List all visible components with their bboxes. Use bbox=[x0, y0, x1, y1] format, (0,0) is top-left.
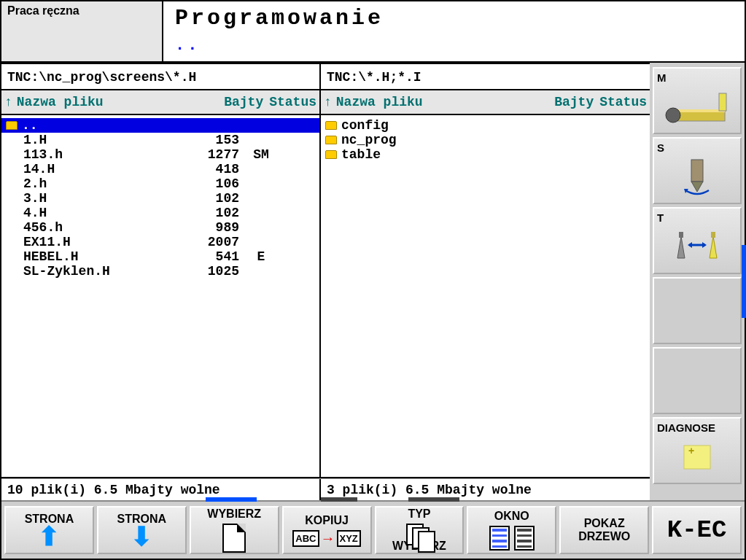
type-select-button[interactable]: TYP WYBIERZ bbox=[375, 506, 465, 554]
file-row[interactable]: 4.H102 bbox=[1, 206, 319, 220]
file-row[interactable]: 1.H153 bbox=[1, 133, 319, 147]
select-label: WYBIERZ bbox=[207, 508, 261, 521]
folder-icon bbox=[325, 136, 337, 144]
right-sidebar: M S bbox=[650, 63, 745, 500]
manual-mode-label: Praca ręczna bbox=[7, 4, 79, 17]
programming-title: Programowanie bbox=[175, 6, 733, 31]
file-status: E bbox=[239, 249, 283, 264]
spindle-icon bbox=[657, 154, 737, 200]
col-name-label: Nazwa pliku bbox=[336, 95, 554, 109]
file-row[interactable]: .. bbox=[1, 118, 319, 133]
copy-button[interactable]: KOPIUJ ABC → XYZ bbox=[282, 506, 372, 554]
file-name: 4.H bbox=[6, 206, 181, 220]
file-row[interactable]: 3.H102 bbox=[1, 191, 319, 206]
col-status-label: Status bbox=[269, 95, 316, 109]
sidebar-scroll-indicator bbox=[742, 245, 746, 318]
file-name: SL-Zyklen.H bbox=[6, 264, 181, 279]
arrow-down-icon: ⬇ bbox=[131, 526, 152, 548]
kec-button[interactable]: K-EC bbox=[652, 506, 742, 554]
select-button[interactable]: WYBIERZ bbox=[190, 506, 279, 554]
right-file-list[interactable]: confignc_progtable bbox=[321, 115, 650, 477]
manual-mode-tab[interactable]: Praca ręczna bbox=[1, 1, 163, 61]
right-path[interactable]: TNC:\*.H;*.I bbox=[321, 63, 650, 89]
copy-abc-tag: ABC bbox=[292, 530, 319, 547]
window-button[interactable]: OKNO bbox=[467, 506, 556, 554]
scroll-indicator bbox=[408, 497, 459, 502]
right-status-text: 3 plik(i) 6.5 Mbajty wolne bbox=[327, 483, 532, 497]
svg-marker-9 bbox=[710, 236, 717, 258]
file-row[interactable]: HEBEL.H541E bbox=[1, 249, 319, 264]
file-bytes: 2007 bbox=[181, 235, 239, 249]
file-row[interactable]: 113.h1277SM bbox=[1, 147, 319, 162]
show-label-1: POKAZ bbox=[584, 517, 625, 530]
sort-arrow-icon: ↑ bbox=[4, 95, 12, 109]
left-file-list[interactable]: ..1.H153113.h1277SM14.H4182.h1063.H1024.… bbox=[1, 115, 321, 477]
col-bytes-label: Bajty bbox=[554, 95, 594, 109]
s-label: S bbox=[657, 141, 737, 154]
right-status: 3 plik(i) 6.5 Mbajty wolne bbox=[321, 479, 650, 500]
tool-change-icon bbox=[657, 224, 737, 270]
copy-xyz-tag: XYZ bbox=[337, 530, 361, 547]
file-row[interactable]: 14.H418 bbox=[1, 162, 319, 176]
t-tool-button[interactable]: T bbox=[653, 207, 742, 274]
scroll-indicator bbox=[321, 497, 357, 502]
col-bytes-label: Bajty bbox=[224, 95, 263, 109]
diagnose-button[interactable]: DIAGNOSE + bbox=[653, 417, 742, 484]
window-label: OKNO bbox=[494, 510, 529, 523]
file-name: 14.H bbox=[6, 162, 181, 176]
machine-bed-icon bbox=[657, 84, 737, 130]
file-name: config bbox=[341, 118, 389, 133]
programming-tab[interactable]: Programowanie .. bbox=[163, 1, 745, 61]
left-column-header[interactable]: ↑ Nazwa pliku Bajty Status bbox=[1, 90, 321, 114]
show-label-2: DRZEWO bbox=[578, 530, 630, 543]
pages-stack-icon bbox=[406, 524, 432, 540]
file-row[interactable]: nc_prog bbox=[321, 133, 650, 147]
note-icon: + bbox=[657, 434, 737, 480]
s-spindle-button[interactable]: S bbox=[653, 137, 742, 204]
left-path[interactable]: TNC:\nc_prog\screens\*.H bbox=[1, 63, 321, 89]
folder-icon bbox=[6, 121, 18, 130]
file-name: 1.H bbox=[6, 133, 181, 147]
file-bytes: 102 bbox=[181, 191, 239, 206]
file-row[interactable]: table bbox=[321, 147, 650, 162]
svg-rect-1 bbox=[677, 109, 725, 112]
file-bytes: 418 bbox=[181, 162, 239, 176]
file-row[interactable]: 456.h989 bbox=[1, 220, 319, 235]
folder-icon bbox=[325, 150, 337, 159]
type-label-1: TYP bbox=[408, 508, 430, 521]
svg-marker-13 bbox=[702, 242, 707, 248]
file-bytes: 153 bbox=[181, 133, 239, 147]
svg-marker-5 bbox=[691, 182, 703, 192]
folder-icon bbox=[325, 121, 337, 130]
programming-subtitle: .. bbox=[175, 36, 733, 55]
file-status: SM bbox=[239, 147, 283, 162]
page-icon bbox=[222, 524, 246, 553]
file-bytes: 989 bbox=[181, 220, 239, 235]
file-row[interactable]: SL-Zyklen.H1025 bbox=[1, 264, 319, 279]
file-row[interactable]: EX11.H2007 bbox=[1, 235, 319, 249]
svg-rect-0 bbox=[677, 111, 725, 121]
diagnose-label: DIAGNOSE bbox=[657, 421, 737, 434]
show-tree-button[interactable]: POKAZ DRZEWO bbox=[559, 506, 649, 554]
kec-label: K-EC bbox=[667, 516, 727, 544]
file-name: 3.H bbox=[6, 191, 181, 206]
svg-marker-12 bbox=[688, 242, 692, 248]
m-axis-button[interactable]: M bbox=[653, 67, 742, 134]
sort-arrow-icon: ↑ bbox=[324, 95, 332, 109]
page-down-button[interactable]: STRONA ⬇ bbox=[97, 506, 187, 554]
col-status-label: Status bbox=[599, 95, 647, 109]
file-row[interactable]: config bbox=[321, 118, 650, 133]
file-name: table bbox=[341, 147, 381, 162]
file-bytes: 1025 bbox=[181, 264, 239, 279]
empty-button-1[interactable] bbox=[653, 277, 742, 344]
svg-rect-10 bbox=[711, 232, 715, 238]
empty-button-2[interactable] bbox=[653, 347, 742, 414]
left-status-text: 10 plik(i) 6.5 Mbajty wolne bbox=[7, 483, 220, 497]
file-row[interactable]: 2.h106 bbox=[1, 176, 319, 191]
file-name: 456.h bbox=[6, 220, 181, 235]
file-bytes: 1277 bbox=[181, 147, 239, 162]
file-name: EX11.H bbox=[6, 235, 181, 249]
copy-label: KOPIUJ bbox=[305, 514, 349, 527]
page-up-button[interactable]: STRONA ⬆ bbox=[4, 506, 94, 554]
right-column-header[interactable]: ↑ Nazwa pliku Bajty Status bbox=[321, 90, 650, 114]
